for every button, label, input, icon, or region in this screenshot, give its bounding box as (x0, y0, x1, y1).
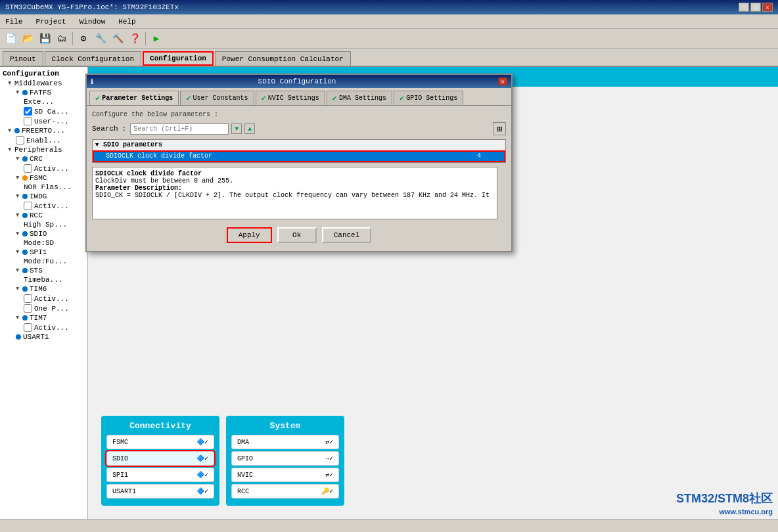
close-button[interactable]: ✕ (762, 3, 773, 12)
search-input[interactable] (130, 123, 229, 135)
search-label: Search (92, 125, 118, 133)
param-name-sdioclk: SDIOCLK clock divide factor (93, 150, 453, 162)
tab-power[interactable]: Power Consumption Calculator (215, 51, 351, 66)
tab-pinout[interactable]: Pinout (3, 51, 43, 66)
dialog-tab-param-label: Parameter Settings (102, 95, 173, 102)
desc-container: SDIOCLK clock divide factor ClockDiv mus… (92, 167, 506, 219)
tab-bar: Pinout Clock Configuration Configuration… (0, 49, 778, 67)
menu-project[interactable]: Project (33, 16, 68, 27)
separator-2 (145, 32, 146, 45)
tab-check-param: ✔ (95, 93, 100, 103)
menu-file[interactable]: File (3, 16, 25, 27)
new-button[interactable]: 📄 (3, 31, 18, 47)
tab-check-dma: ✔ (332, 93, 337, 103)
dialog-overlay: ℹ SDIO Configuration ✕ ✔ Parameter Setti… (0, 67, 778, 532)
dialog-titlebar: ℹ SDIO Configuration ✕ (87, 75, 511, 88)
menu-window[interactable]: Window (77, 16, 108, 27)
menu-help[interactable]: Help (116, 16, 138, 27)
dialog-tab-user-label: User Constants (193, 95, 248, 102)
dialog-tab-gpio[interactable]: ✔ GPIO Settings (394, 91, 463, 105)
window-title: STM32CubeMX YS-F1Pro.ioc*: STM32F103ZETx (5, 3, 179, 11)
param-row-sdioclk[interactable]: SDIOCLK clock divide factor 4 (93, 150, 505, 162)
param-group-label: SDIO parameters (103, 141, 162, 148)
desc-line2: Parameter Description: (95, 185, 493, 192)
dialog-close-button[interactable]: ✕ (498, 78, 507, 85)
open-button[interactable]: 📂 (20, 31, 35, 47)
sdio-dialog: ℹ SDIO Configuration ✕ ✔ Parameter Setti… (85, 74, 513, 252)
tab-check-nvic: ✔ (262, 93, 266, 103)
dialog-tab-nvic[interactable]: ✔ NVIC Settings (256, 91, 325, 105)
config-button[interactable]: ⚙ (76, 31, 91, 47)
desc-title: SDIOCLK clock divide factor (95, 170, 493, 177)
search-colon: : (122, 125, 127, 133)
dialog-tab-dma-label: DMA Settings (339, 95, 386, 102)
toolbar: 📄 📂 💾 🗂 ⚙ 🔧 🔨 ❓ ▶ (0, 29, 778, 49)
group-expand-arrow: ▼ (95, 142, 103, 148)
minimize-button[interactable]: ─ (739, 3, 749, 12)
description-box: SDIOCLK clock divide factor ClockDiv mus… (92, 167, 506, 219)
apply-button[interactable]: Apply (227, 227, 272, 243)
desc-line1: ClockDiv must be between 0 and 255. (95, 177, 493, 185)
desc-line3: SDIO_CK = SDIOCLK / [CLKDIV + 2]. The ou… (95, 192, 493, 199)
tab-clock-config[interactable]: Clock Configuration (45, 51, 141, 66)
search-up-button[interactable]: ▲ (244, 123, 255, 134)
dialog-tab-dma[interactable]: ✔ DMA Settings (327, 91, 392, 105)
param-group-row: ▼ SDIO parameters (93, 140, 505, 150)
save-button[interactable]: 💾 (37, 31, 53, 47)
menu-bar: File Project Window Help (0, 14, 778, 29)
dialog-title: SDIO Configuration (258, 78, 336, 85)
save-all-button[interactable]: 🗂 (54, 31, 70, 47)
dialog-tab-param-settings[interactable]: ✔ Parameter Settings (89, 91, 179, 105)
param-table: ▼ SDIO parameters SDIOCLK clock divide f… (92, 139, 506, 163)
param-value-sdioclk: 4 (453, 150, 505, 162)
restore-button[interactable]: ▭ (750, 3, 761, 12)
tab-check-gpio: ✔ (400, 93, 404, 103)
expand-table-button[interactable]: ⊞ (493, 122, 506, 135)
tool3-button[interactable]: 🔨 (110, 31, 126, 47)
tab-check-user: ✔ (186, 93, 191, 103)
cancel-button[interactable]: Cancel (322, 227, 372, 243)
dialog-tab-nvic-label: NVIC Settings (268, 95, 319, 102)
search-down-button[interactable]: ▼ (231, 123, 242, 134)
main-area: Configuration ▼ MiddleWares ▼ FATFS Exte… (0, 67, 778, 532)
generate-button[interactable]: ▶ (149, 31, 164, 47)
dialog-subtitle: Configure the below parameters : (92, 111, 506, 118)
desc-scrollbar[interactable] (497, 167, 506, 219)
tab-configuration[interactable]: Configuration (143, 51, 214, 66)
ok-button[interactable]: Ok (277, 227, 317, 243)
dialog-body: Configure the below parameters : Search … (87, 106, 511, 251)
tool2-button[interactable]: 🔧 (93, 31, 108, 47)
dialog-tabs: ✔ Parameter Settings ✔ User Constants ✔ … (87, 88, 511, 106)
tool4-button[interactable]: ❓ (127, 31, 143, 47)
dialog-tab-gpio-label: GPIO Settings (406, 95, 457, 102)
dialog-tab-user-const[interactable]: ✔ User Constants (180, 91, 254, 105)
search-row: Search : ▼ ▲ ⊞ (92, 122, 506, 135)
title-bar: STM32CubeMX YS-F1Pro.ioc*: STM32F103ZETx… (0, 0, 778, 14)
dialog-buttons: Apply Ok Cancel (92, 225, 506, 246)
dialog-icon: ℹ (91, 78, 93, 86)
window-controls: ─ ▭ ✕ (739, 3, 773, 12)
separator-1 (72, 32, 73, 45)
